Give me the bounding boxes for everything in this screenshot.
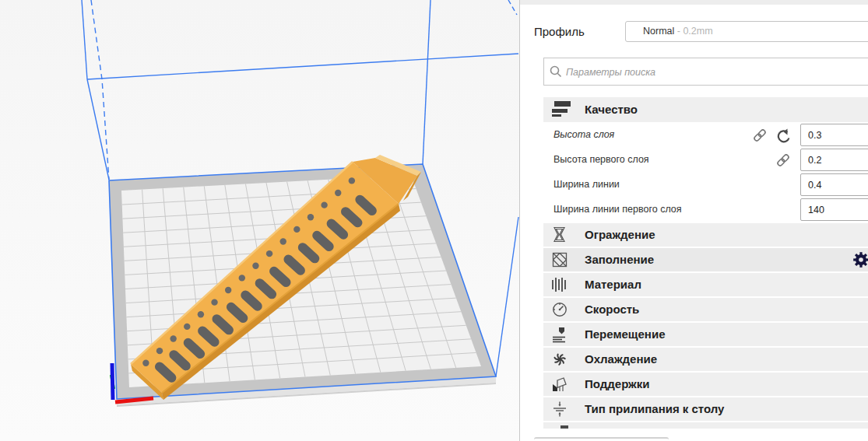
link-icon[interactable] <box>752 128 768 143</box>
setting-row-initial-line-width: Ширина линии первого слоя <box>543 198 868 221</box>
settings-category-row-partial[interactable] <box>543 422 868 429</box>
profile-value: Normal <box>643 26 674 37</box>
setting-label: Высота слоя <box>553 124 614 146</box>
panel-top-strip <box>520 0 868 5</box>
settings-category-infill[interactable]: Заполнение <box>543 248 868 271</box>
adhesion-icon <box>550 400 571 418</box>
settings-category-cooling[interactable]: Охлаждение <box>543 348 868 371</box>
profile-label: Профиль <box>534 25 585 38</box>
profile-suffix: - 0.2mm <box>674 26 712 37</box>
settings-category-speed[interactable]: Скорость <box>543 298 868 321</box>
search-input[interactable] <box>564 58 863 86</box>
search-icon <box>549 65 563 79</box>
setting-value-initial-line-width[interactable] <box>800 198 868 221</box>
link-icon[interactable] <box>775 152 791 168</box>
profile-dropdown[interactable]: Normal - 0.2mm <box>625 21 868 42</box>
shell-icon <box>550 226 571 244</box>
setting-value-line-width[interactable] <box>800 173 868 196</box>
speed-icon <box>550 300 571 319</box>
settings-category-quality[interactable]: Качество <box>543 97 868 122</box>
setting-label: Высота первого слоя <box>553 149 649 171</box>
support-icon <box>550 375 571 394</box>
setting-value-initial-layer-height[interactable] <box>800 149 868 171</box>
settings-category-adhesion[interactable]: Тип прилипания к столу <box>543 397 868 421</box>
settings-category-travel[interactable]: Перемещение <box>543 323 868 346</box>
material-icon <box>550 275 571 294</box>
travel-icon <box>550 325 571 344</box>
setting-row-initial-layer-height: Высота первого слоя <box>543 149 868 171</box>
partial-category-icon <box>561 425 568 429</box>
category-label-quality: Качество <box>585 97 638 122</box>
undo-icon[interactable] <box>775 128 791 143</box>
settings-category-support[interactable]: Поддержки <box>543 373 868 396</box>
settings-category-shell[interactable]: Ограждение <box>543 223 868 247</box>
setting-value-layer-height[interactable] <box>800 124 868 146</box>
infill-icon <box>550 250 571 269</box>
bottom-panel-edge <box>534 437 669 441</box>
3d-viewport[interactable] <box>0 0 519 441</box>
cooling-icon <box>550 350 571 369</box>
search-box <box>543 58 868 86</box>
setting-label: Ширина линии <box>553 173 620 196</box>
quality-icon <box>550 100 571 118</box>
build-volume-scene <box>0 0 519 441</box>
setting-row-line-width: Ширина линии <box>543 173 868 196</box>
settings-category-material[interactable]: Материал <box>543 273 868 296</box>
setting-label: Ширина линии первого слоя <box>553 198 682 221</box>
infill-settings-gear-icon[interactable] <box>852 251 868 268</box>
setting-row-layer-height: Высота слоя <box>543 124 868 146</box>
print-setup-panel: Профиль Normal - 0.2mm Качество Высота с… <box>519 0 868 441</box>
axis-z-blue <box>112 363 113 400</box>
cura-application-window: { "panel": { "profile_label": "Профиль",… <box>0 0 868 441</box>
